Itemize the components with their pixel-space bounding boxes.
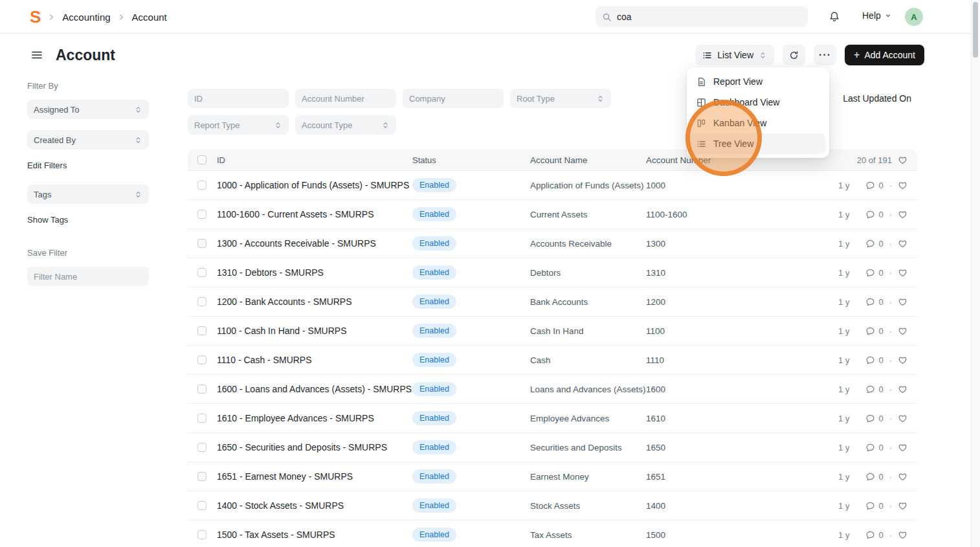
app-logo[interactable]: S: [30, 8, 41, 25]
row-checkbox[interactable]: [197, 355, 206, 364]
assigned-to-select[interactable]: Assigned To: [27, 100, 149, 119]
scrollbar-thumb[interactable]: [973, 2, 978, 58]
menu-item-report-view[interactable]: Report View: [691, 71, 825, 92]
table-row[interactable]: 1000 - Application of Funds (Assets) - S…: [188, 171, 917, 200]
row-id-link[interactable]: 1300 - Accounts Receivable - SMURPS: [217, 238, 412, 249]
comment-count-button[interactable]: 0: [865, 239, 883, 249]
breadcrumb-account[interactable]: Account: [132, 12, 167, 23]
menu-item-kanban-view[interactable]: Kanban View: [691, 113, 825, 133]
table-row[interactable]: 1300 - Accounts Receivable - SMURPS Enab…: [188, 229, 917, 258]
heart-icon[interactable]: [898, 210, 908, 219]
row-checkbox[interactable]: [197, 414, 206, 423]
heart-icon[interactable]: [898, 155, 908, 165]
comment-count-button[interactable]: 0: [865, 326, 883, 336]
global-search[interactable]: [596, 6, 808, 27]
help-menu[interactable]: Help: [862, 10, 892, 21]
row-checkbox[interactable]: [197, 501, 206, 510]
row-checkbox[interactable]: [197, 268, 206, 277]
row-id-link[interactable]: 1650 - Securities and Deposits - SMURPS: [217, 442, 412, 452]
table-row[interactable]: 1200 - Bank Accounts - SMURPS Enabled Ba…: [188, 287, 917, 317]
row-checkbox[interactable]: [197, 530, 206, 539]
row-id-link[interactable]: 1500 - Tax Assets - SMURPS: [217, 530, 412, 540]
heart-icon[interactable]: [898, 181, 908, 190]
add-account-button[interactable]: + Add Account: [845, 45, 924, 65]
row-checkbox[interactable]: [197, 326, 206, 335]
filter-company-input[interactable]: [403, 89, 504, 108]
heart-icon[interactable]: [898, 326, 908, 336]
view-switcher-button[interactable]: List View: [695, 45, 774, 65]
select-all-checkbox[interactable]: [197, 155, 206, 164]
comment-count-button[interactable]: 0: [865, 414, 883, 423]
table-row[interactable]: 1100 - Cash In Hand - SMURPS Enabled Cas…: [188, 317, 917, 346]
comment-count-button[interactable]: 0: [865, 443, 883, 452]
menu-item-tree-view[interactable]: Tree View: [691, 133, 825, 154]
row-id-link[interactable]: 1600 - Loans and Advances (Assets) - SMU…: [217, 384, 412, 394]
comment-count-button[interactable]: 0: [865, 210, 883, 219]
comment-count-button[interactable]: 0: [865, 472, 883, 482]
heart-icon[interactable]: [898, 268, 908, 278]
table-row[interactable]: 1500 - Tax Assets - SMURPS Enabled Tax A…: [188, 520, 917, 547]
table-row[interactable]: 1600 - Loans and Advances (Assets) - SMU…: [188, 375, 917, 404]
search-input[interactable]: [617, 12, 801, 22]
table-row[interactable]: 1110 - Cash - SMURPS Enabled Cash 1110 1…: [188, 346, 917, 375]
table-row[interactable]: 1400 - Stock Assets - SMURPS Enabled Sto…: [188, 491, 917, 520]
heart-icon[interactable]: [898, 355, 908, 365]
menu-item-dashboard-view[interactable]: Dashboard View: [691, 92, 825, 113]
created-by-select[interactable]: Created By: [27, 130, 149, 150]
record-count[interactable]: 20 of 191: [857, 155, 892, 165]
comment-count-button[interactable]: 0: [865, 268, 883, 278]
sidebar-toggle-icon[interactable]: [31, 49, 43, 61]
row-checkbox[interactable]: [197, 385, 206, 394]
notifications-bell-icon[interactable]: [829, 11, 840, 23]
add-account-label: Add Account: [864, 50, 915, 60]
row-checkbox[interactable]: [197, 239, 206, 248]
user-avatar[interactable]: A: [905, 8, 923, 26]
row-id-link[interactable]: 1100-1600 - Current Assets - SMURPS: [217, 209, 412, 219]
sort-selector[interactable]: Last Updated On: [843, 93, 911, 104]
row-id-link[interactable]: 1310 - Debtors - SMURPS: [217, 267, 412, 278]
table-row[interactable]: 1610 - Employee Advances - SMURPS Enable…: [188, 404, 917, 433]
row-checkbox[interactable]: [197, 181, 206, 190]
row-checkbox[interactable]: [197, 210, 206, 219]
heart-icon[interactable]: [898, 414, 908, 423]
breadcrumb-accounting[interactable]: Accounting: [62, 12, 110, 23]
row-id-link[interactable]: 1400 - Stock Assets - SMURPS: [217, 500, 412, 511]
heart-icon[interactable]: [898, 501, 908, 511]
heart-icon[interactable]: [898, 472, 908, 482]
row-id-link[interactable]: 1200 - Bank Accounts - SMURPS: [217, 296, 412, 307]
row-id-link[interactable]: 1000 - Application of Funds (Assets) - S…: [217, 180, 412, 190]
tags-select[interactable]: Tags: [27, 184, 149, 204]
heart-icon[interactable]: [898, 239, 908, 249]
filter-report-type-select[interactable]: Report Type: [188, 115, 289, 135]
heart-icon[interactable]: [898, 297, 908, 307]
filter-account-number-input[interactable]: [295, 89, 396, 108]
show-tags-link[interactable]: Show Tags: [27, 215, 149, 225]
row-id-link[interactable]: 1110 - Cash - SMURPS: [217, 355, 412, 365]
filter-account-type-select[interactable]: Account Type: [295, 115, 396, 135]
comment-count-button[interactable]: 0: [865, 355, 883, 365]
table-row[interactable]: 1310 - Debtors - SMURPS Enabled Debtors …: [188, 258, 917, 287]
row-id-link[interactable]: 1610 - Employee Advances - SMURPS: [217, 413, 412, 423]
refresh-button[interactable]: [783, 45, 805, 65]
heart-icon[interactable]: [898, 385, 908, 394]
row-id-link[interactable]: 1100 - Cash In Hand - SMURPS: [217, 326, 412, 336]
row-checkbox[interactable]: [197, 443, 206, 452]
heart-icon[interactable]: [898, 530, 908, 540]
menu-button[interactable]: ···: [814, 45, 836, 65]
comment-count-button[interactable]: 0: [865, 530, 883, 540]
comment-count-button[interactable]: 0: [865, 181, 883, 190]
table-row[interactable]: 1650 - Securities and Deposits - SMURPS …: [188, 433, 917, 462]
row-id-link[interactable]: 1651 - Earnest Money - SMURPS: [217, 471, 412, 482]
filter-id-input[interactable]: [188, 89, 289, 108]
comment-count-button[interactable]: 0: [865, 385, 883, 394]
row-checkbox[interactable]: [197, 297, 206, 306]
heart-icon[interactable]: [898, 443, 908, 452]
comment-count-button[interactable]: 0: [865, 501, 883, 511]
comment-count-button[interactable]: 0: [865, 297, 883, 307]
table-row[interactable]: 1651 - Earnest Money - SMURPS Enabled Ea…: [188, 462, 917, 491]
table-row[interactable]: 1100-1600 - Current Assets - SMURPS Enab…: [188, 200, 917, 229]
filter-root-type-select[interactable]: Root Type: [510, 89, 611, 108]
filter-name-input[interactable]: [27, 267, 149, 286]
row-checkbox[interactable]: [197, 472, 206, 481]
edit-filters-link[interactable]: Edit Filters: [27, 161, 149, 170]
